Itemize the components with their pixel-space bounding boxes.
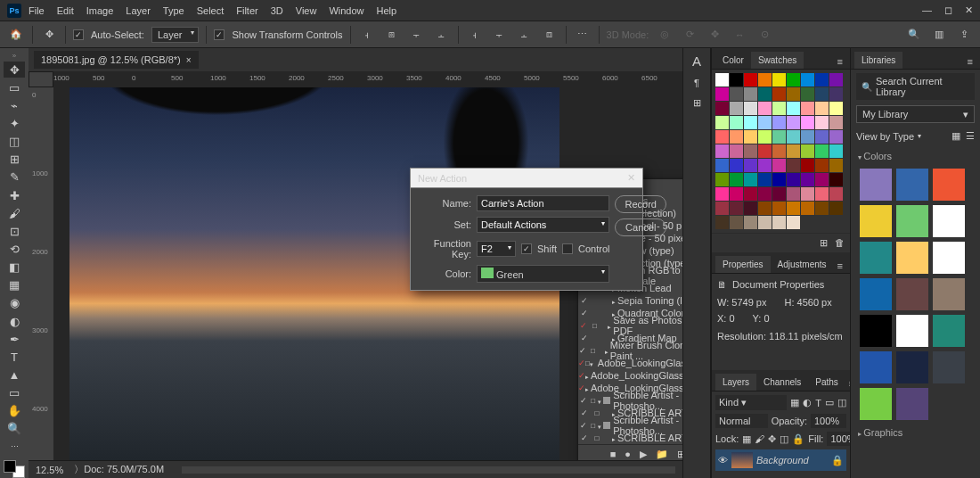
cancel-button[interactable]: Cancel xyxy=(615,218,666,236)
library-color-tile[interactable] xyxy=(933,315,965,347)
swatch[interactable] xyxy=(815,87,829,101)
colors-section[interactable]: Colors xyxy=(851,147,980,165)
stop-icon[interactable]: ■ xyxy=(610,449,617,460)
swatch[interactable] xyxy=(715,144,729,158)
action-row[interactable]: ✓□Scribble Artist - Photosho... xyxy=(578,394,682,407)
swatch[interactable] xyxy=(758,173,772,186)
swatch[interactable] xyxy=(758,73,772,87)
swatch[interactable] xyxy=(758,116,772,129)
swatch[interactable] xyxy=(801,87,814,101)
tab-channels[interactable]: Channels xyxy=(756,374,808,391)
swatch[interactable] xyxy=(829,159,843,172)
ruler-vertical[interactable]: 01000200030004000 xyxy=(29,87,53,460)
library-color-tile[interactable] xyxy=(860,205,892,237)
swatch[interactable] xyxy=(801,159,814,172)
new-set-icon[interactable]: 📁 xyxy=(656,449,668,460)
menu-view[interactable]: View xyxy=(296,5,317,16)
swatch[interactable] xyxy=(829,187,843,201)
type-tool[interactable]: T xyxy=(4,349,25,365)
swatch[interactable] xyxy=(801,144,814,158)
zoom-level[interactable]: 12.5% xyxy=(36,465,63,475)
swatches-menu-icon[interactable]: ≡ xyxy=(834,54,846,69)
swatch[interactable] xyxy=(744,102,757,115)
swatch[interactable] xyxy=(815,159,829,172)
action-row[interactable]: ✓□Save as Photoshop PDF xyxy=(578,319,682,332)
swatch[interactable] xyxy=(730,73,743,87)
paragraph-panel-icon[interactable]: ¶ xyxy=(694,78,699,88)
library-color-tile[interactable] xyxy=(896,169,928,201)
swatch[interactable] xyxy=(758,130,772,144)
swatch[interactable] xyxy=(730,87,743,101)
library-color-tile[interactable] xyxy=(896,278,928,310)
swatch[interactable] xyxy=(715,187,729,201)
swatch[interactable] xyxy=(772,116,786,129)
distribute-spacing-icon[interactable]: ⧈ xyxy=(541,26,559,44)
tab-paths[interactable]: Paths xyxy=(808,374,845,391)
eyedropper-tool[interactable]: ✎ xyxy=(4,169,25,185)
view-by-label[interactable]: View by Type xyxy=(856,131,914,142)
swatch[interactable] xyxy=(744,116,757,129)
swatch[interactable] xyxy=(758,159,772,172)
library-select[interactable]: My Library xyxy=(856,105,975,123)
library-search[interactable]: 🔍 Search Current Library xyxy=(856,73,975,100)
swatch[interactable] xyxy=(772,202,786,215)
pen-tool[interactable]: ✒ xyxy=(4,331,25,347)
layer-row[interactable]: 👁 Background 🔒 xyxy=(715,449,846,471)
swatch[interactable] xyxy=(744,202,757,215)
new-swatch-icon[interactable]: ⊞ xyxy=(820,237,828,249)
swatch[interactable] xyxy=(829,130,843,144)
menu-window[interactable]: Window xyxy=(329,5,363,16)
delete-swatch-icon[interactable]: 🗑 xyxy=(835,237,845,249)
swatch[interactable] xyxy=(801,116,814,129)
library-color-tile[interactable] xyxy=(860,278,892,310)
menu-edit[interactable]: Edit xyxy=(57,5,74,16)
swatch[interactable] xyxy=(715,73,729,87)
hand-tool[interactable]: ✋ xyxy=(4,403,25,419)
marquee-tool[interactable]: ▭ xyxy=(4,79,25,95)
action-row[interactable]: ✓Sepia Toning (layer) xyxy=(578,294,682,307)
history-brush-tool[interactable]: ⟲ xyxy=(4,241,25,257)
lock-position-icon[interactable]: ✥ xyxy=(768,433,776,445)
swatch[interactable] xyxy=(787,102,800,115)
menu-layer[interactable]: Layer xyxy=(126,5,151,16)
set-select[interactable]: Default Actions xyxy=(477,217,609,233)
move-tool[interactable]: ✥ xyxy=(4,62,25,78)
library-color-tile[interactable] xyxy=(933,205,965,237)
move-tool-icon[interactable]: ✥ xyxy=(40,26,58,44)
libraries-menu-icon[interactable]: ≡ xyxy=(964,54,976,69)
lock-image-icon[interactable]: 🖌 xyxy=(755,433,764,444)
swatch[interactable] xyxy=(744,130,757,144)
swatch[interactable] xyxy=(787,130,800,144)
share-icon[interactable]: ⇪ xyxy=(955,26,973,44)
swatch[interactable] xyxy=(787,159,800,172)
swatch[interactable] xyxy=(815,173,829,186)
align-right-icon[interactable]: ⫟ xyxy=(408,26,426,44)
control-checkbox[interactable] xyxy=(562,243,573,254)
filter-type-icon[interactable]: T xyxy=(815,398,821,408)
glyphs-panel-icon[interactable]: ⊞ xyxy=(693,97,701,109)
home-icon[interactable]: 🏠 xyxy=(7,26,25,44)
eraser-tool[interactable]: ◧ xyxy=(4,260,25,276)
shift-checkbox[interactable] xyxy=(521,243,532,254)
swatch[interactable] xyxy=(730,116,743,129)
menu-image[interactable]: Image xyxy=(86,5,114,16)
action-row[interactable]: ✓Adobe_LookingGlass_Circl... xyxy=(578,369,682,382)
tab-color[interactable]: Color xyxy=(715,52,751,69)
swatch[interactable] xyxy=(715,202,729,215)
action-row[interactable]: ✓□Mixer Brush Cloning Paint ... xyxy=(578,344,682,357)
swatch[interactable] xyxy=(715,102,729,115)
dodge-tool[interactable]: ◐ xyxy=(4,313,25,329)
crop-tool[interactable]: ◫ xyxy=(4,134,25,150)
auto-select-target[interactable]: Layer xyxy=(151,27,200,43)
menu-type[interactable]: Type xyxy=(163,5,184,16)
swatch[interactable] xyxy=(787,73,800,87)
library-color-tile[interactable] xyxy=(933,351,965,383)
doc-size[interactable]: 〉Doc: 75.0M/75.0M xyxy=(74,463,164,476)
record-button[interactable]: Record xyxy=(615,195,666,213)
filter-shape-icon[interactable]: ▭ xyxy=(825,397,834,408)
path-select-tool[interactable]: ▲ xyxy=(4,367,25,383)
library-color-tile[interactable] xyxy=(896,205,928,237)
lock-transparent-icon[interactable]: ▦ xyxy=(742,433,751,445)
swatch[interactable] xyxy=(787,216,800,229)
scrollbar-h[interactable] xyxy=(182,466,675,474)
